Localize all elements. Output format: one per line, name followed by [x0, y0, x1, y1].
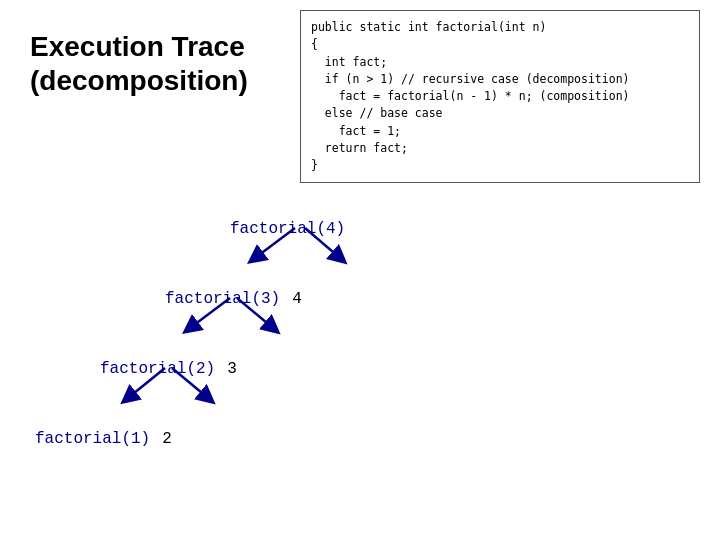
return-val-3: 4 — [292, 290, 302, 308]
slide-title: Execution Trace (decomposition) — [30, 30, 248, 97]
title-line1: Execution Trace — [30, 30, 248, 64]
call-row-3: factorial(3) 4 — [165, 290, 302, 308]
return-val-1: 2 — [162, 430, 172, 448]
call-label-3: factorial(3) — [165, 290, 280, 308]
slide: Execution Trace (decomposition) public s… — [0, 0, 720, 540]
code-box: public static int factorial(int n) { int… — [300, 10, 700, 183]
call-row-1: factorial(1) 2 — [35, 430, 172, 448]
call-label-4: factorial(4) — [230, 220, 345, 238]
title-line2: (decomposition) — [30, 64, 248, 98]
code-content: public static int factorial(int n) { int… — [311, 19, 689, 174]
call-label-2: factorial(2) — [100, 360, 215, 378]
call-row-4: factorial(4) — [230, 220, 345, 238]
return-val-2: 3 — [227, 360, 237, 378]
call-label-1: factorial(1) — [35, 430, 150, 448]
call-row-2: factorial(2) 3 — [100, 360, 237, 378]
